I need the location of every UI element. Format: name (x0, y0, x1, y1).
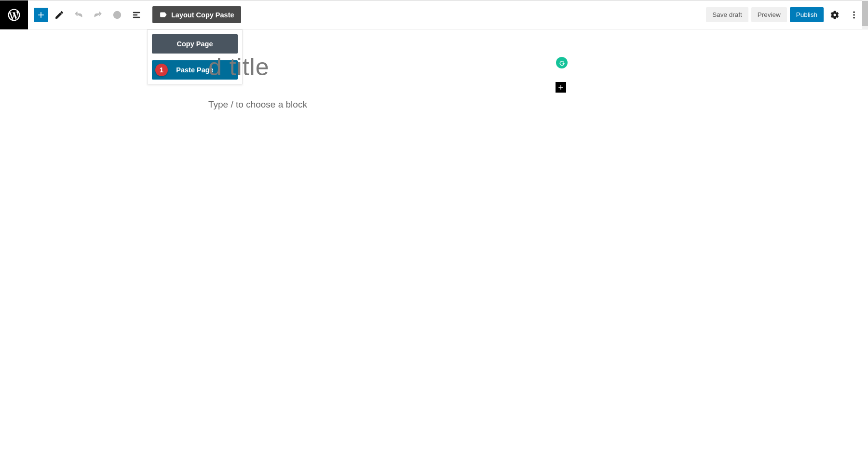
publish-button[interactable]: Publish (790, 7, 824, 22)
info-button[interactable] (109, 7, 125, 23)
edit-mode-button[interactable] (51, 7, 68, 23)
toolbar-left-group: Layout Copy Paste (34, 6, 702, 23)
grammarly-icon[interactable] (556, 57, 568, 68)
post-title-input[interactable]: d title (208, 53, 546, 81)
toolbar-right-group: Save draft Preview Publish (706, 7, 862, 23)
outline-button[interactable] (128, 7, 145, 23)
more-options-button[interactable] (846, 7, 862, 23)
redo-button[interactable] (90, 7, 106, 23)
scrollbar[interactable] (862, 0, 868, 29)
settings-button[interactable] (827, 7, 843, 23)
undo-button[interactable] (70, 7, 87, 23)
copy-page-label: Copy Page (177, 40, 213, 48)
svg-point-5 (854, 17, 855, 18)
preview-button[interactable]: Preview (751, 7, 787, 22)
scrollbar-thumb[interactable] (862, 1, 868, 26)
layout-copy-paste-button[interactable]: Layout Copy Paste (152, 6, 241, 23)
layout-copy-paste-label: Layout Copy Paste (171, 11, 234, 19)
wordpress-logo[interactable] (0, 0, 28, 29)
add-block-button[interactable] (34, 8, 48, 22)
save-draft-button[interactable]: Save draft (706, 7, 748, 22)
post-body-input[interactable]: Type / to choose a block (208, 99, 546, 110)
annotation-badge-1: 1 (155, 64, 168, 76)
svg-point-2 (117, 13, 118, 13)
inline-add-block-button[interactable] (556, 82, 566, 93)
svg-point-4 (854, 14, 855, 15)
editor-content-area: d title Type / to choose a block (208, 29, 546, 110)
editor-toolbar: Layout Copy Paste Save draft Preview Pub… (28, 0, 868, 29)
svg-point-3 (854, 11, 855, 13)
